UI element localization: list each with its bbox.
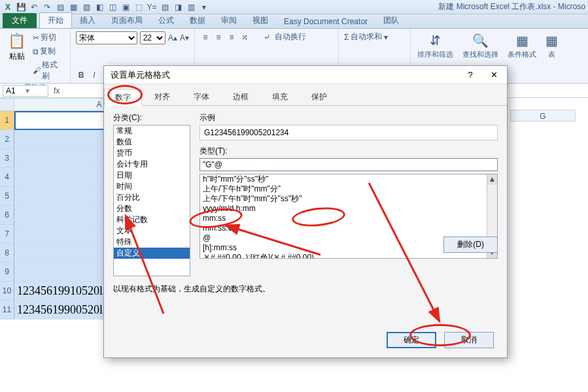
qat-icon[interactable]: ▥ (186, 2, 196, 12)
redo-icon[interactable]: ↷ (42, 2, 52, 12)
qat-icon[interactable]: ▧ (81, 2, 92, 12)
qat-icon[interactable]: ▤ (55, 2, 65, 12)
cond-icon: ▦ (516, 33, 528, 48)
row-header[interactable]: 1 (0, 111, 14, 130)
tab-home[interactable]: 开始 (39, 12, 72, 28)
category-item[interactable]: 数值 (114, 137, 190, 148)
category-item[interactable]: 常规 (114, 125, 190, 137)
category-item[interactable]: 自定义 (114, 248, 190, 259)
type-input[interactable] (199, 158, 498, 171)
grow-font-icon[interactable]: A▴ (168, 33, 177, 43)
row-header[interactable]: 5 (0, 187, 14, 206)
type-list-item[interactable]: 上午/下午h"时"mm"分" (200, 184, 497, 194)
note-text: 以现有格式为基础，生成自定义的数字格式。 (113, 284, 270, 295)
dlg-tab-protect[interactable]: 保护 (300, 88, 338, 105)
row-header[interactable]: 11 (0, 301, 14, 319)
fp-label: 格式刷 (42, 59, 63, 82)
name-box[interactable]: A1▾ (3, 85, 48, 97)
type-label: 类型(T): (199, 146, 498, 157)
category-item[interactable]: 文本 (114, 225, 190, 237)
row-header[interactable]: 4 (0, 168, 14, 187)
align-bot-icon[interactable]: ≡ (226, 32, 237, 42)
sort-filter-button[interactable]: ⇵排序和筛选 (417, 33, 453, 59)
type-list-item[interactable]: mm:ss (200, 214, 497, 223)
dlg-tab-font[interactable]: 字体 (182, 88, 220, 105)
paste-label: 粘贴 (9, 51, 25, 62)
align-top-icon[interactable]: ≡ (200, 32, 211, 42)
tab-formulas[interactable]: 公式 (150, 13, 182, 28)
delete-button[interactable]: 删除(D) (443, 237, 498, 253)
font-size-select[interactable]: 22 (140, 31, 165, 44)
row-header[interactable]: 8 (0, 244, 14, 263)
qat-dropdown-icon[interactable]: ▾ (199, 2, 209, 12)
close-button[interactable]: ✕ (485, 69, 503, 82)
cut-button[interactable]: ✂剪切 (31, 31, 65, 44)
shrink-font-icon[interactable]: A▾ (180, 33, 189, 43)
category-item[interactable]: 会计专用 (114, 159, 190, 170)
dlg-tab-fill[interactable]: 填充 (261, 88, 299, 105)
category-item[interactable]: 日期 (114, 170, 190, 181)
select-all-corner[interactable] (0, 99, 14, 110)
tab-edc[interactable]: Easy Document Creator (276, 15, 375, 28)
type-list-item[interactable]: h"时"mm"分"ss"秒" (200, 174, 497, 184)
tab-team[interactable]: 团队 (375, 13, 407, 28)
table-button[interactable]: ▦表 (545, 33, 558, 59)
find-select-button[interactable]: 🔍查找和选择 (462, 33, 498, 59)
row-header[interactable]: 3 (0, 149, 14, 168)
copy-button[interactable]: ⧉复制 (31, 45, 65, 57)
align-mid-icon[interactable]: ≡ (213, 32, 224, 42)
category-item[interactable]: 百分比 (114, 192, 190, 203)
row-header[interactable]: 10 (0, 282, 14, 301)
font-name-select[interactable]: 宋体 (76, 31, 137, 44)
dlg-tab-border[interactable]: 边框 (222, 88, 260, 105)
paste-button[interactable]: 📋 粘贴 (5, 31, 28, 82)
qat-icon[interactable]: ▤ (160, 2, 170, 12)
ribbon-tabs: 文件 开始 插入 页面布局 公式 数据 审阅 视图 Easy Document … (0, 14, 588, 29)
category-item[interactable]: 货币 (114, 148, 190, 159)
category-item[interactable]: 科学记数 (114, 214, 190, 225)
qat-icon[interactable]: ▣ (120, 2, 131, 12)
row-header[interactable]: 7 (0, 225, 14, 244)
dlg-tab-align[interactable]: 对齐 (143, 88, 181, 105)
italic-icon[interactable]: I (89, 70, 99, 80)
bold-icon[interactable]: B (76, 70, 86, 80)
qat-icon[interactable]: ⬚ (133, 2, 144, 12)
fx-icon[interactable]: fx (51, 86, 62, 95)
row-header[interactable]: 2 (0, 130, 14, 149)
qat-icon[interactable]: ▦ (68, 2, 78, 12)
orientation-icon[interactable]: ⤮ (239, 32, 250, 42)
category-item[interactable]: 特殊 (114, 237, 190, 248)
undo-icon[interactable]: ↶ (29, 2, 39, 12)
type-list-item[interactable]: ￥#,##0.00_);[红色](￥#,##0.00) (200, 253, 497, 258)
wrap-label[interactable]: 自动换行 (275, 31, 306, 42)
col-header-G[interactable]: G (510, 110, 576, 122)
format-painter-button[interactable]: 🖌格式刷 (31, 59, 65, 82)
help-button[interactable]: ? (461, 69, 479, 82)
type-list-item[interactable]: 上午/下午h"时"mm"分"ss"秒" (200, 194, 497, 204)
type-list-item[interactable]: yyyy/m/d h:mm (200, 204, 497, 214)
category-list[interactable]: 常规数值货币会计专用日期时间百分比分数科学记数文本特殊自定义 (113, 125, 190, 276)
tab-insert[interactable]: 插入 (72, 13, 103, 28)
row-header[interactable]: 9 (0, 263, 14, 282)
tab-view[interactable]: 视图 (245, 13, 276, 28)
qat-icon[interactable]: ◫ (107, 2, 118, 12)
save-icon[interactable]: 💾 (16, 2, 26, 12)
autosum-button[interactable]: Σ自动求和▾ (344, 31, 405, 42)
file-tab[interactable]: 文件 (3, 13, 37, 28)
sort-icon: ⇵ (430, 33, 441, 48)
tab-layout[interactable]: 页面布局 (103, 13, 150, 28)
qat-icon[interactable]: Y= (147, 2, 157, 12)
tab-review[interactable]: 审阅 (213, 13, 245, 28)
category-item[interactable]: 时间 (114, 181, 190, 192)
cond-format-button[interactable]: ▦条件格式 (508, 33, 536, 59)
category-item[interactable]: 分数 (114, 203, 190, 214)
qat-icon[interactable]: ◧ (94, 2, 105, 12)
row-header[interactable]: 6 (0, 206, 14, 225)
cancel-button[interactable]: 取消 (444, 332, 494, 348)
scroll-up-icon[interactable]: ▲ (487, 174, 497, 185)
tab-data[interactable]: 数据 (182, 13, 213, 28)
dlg-tab-number[interactable]: 数字 (104, 89, 142, 106)
ok-button[interactable]: 确定 (387, 332, 436, 348)
qat-icon[interactable]: ◨ (173, 2, 183, 12)
type-list-item[interactable]: mm:ss.0 (200, 223, 497, 233)
